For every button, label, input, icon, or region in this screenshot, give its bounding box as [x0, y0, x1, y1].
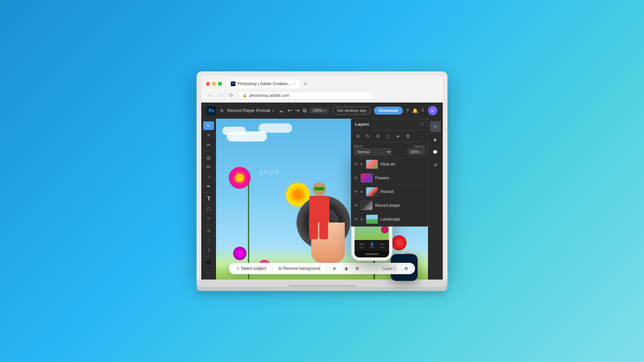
- layer-settings-btn[interactable]: ⊞: [402, 265, 410, 272]
- menu-btn[interactable]: ≡: [220, 108, 223, 114]
- history-panel-btn[interactable]: ↺: [430, 160, 441, 170]
- smart-filter-icon: ⊛: [333, 266, 336, 271]
- layer-item-portrait[interactable]: 👁 ▶ Portrait: [351, 185, 428, 199]
- color-swatch-btn[interactable]: [203, 258, 214, 267]
- fx-btn[interactable]: fx: [364, 132, 372, 140]
- layer-visibility-eye-4[interactable]: 👁: [354, 203, 358, 208]
- help-btn[interactable]: ?: [406, 108, 409, 113]
- layer-name-1: Final art: [381, 162, 395, 167]
- search-tool-btn[interactable]: ⌕: [203, 214, 214, 223]
- effects-panel-btn[interactable]: ◈: [430, 134, 441, 145]
- blend-label: Blend: [354, 144, 392, 148]
- layer-item-record-player[interactable]: 👁 Record player: [351, 199, 428, 213]
- get-desktop-btn[interactable]: Get desktop app: [332, 107, 371, 115]
- layers-more-btn[interactable]: ···: [417, 132, 425, 140]
- blend-mode-select[interactable]: Normal: [354, 148, 392, 155]
- layer-thumb-2: [361, 173, 373, 183]
- layer-expand-3[interactable]: ▶: [361, 190, 363, 193]
- phone-tool-1[interactable]: ≡≡ layers: [359, 242, 365, 248]
- browser-tab[interactable]: Ps Photoshop | Adobe Creative... ×: [227, 79, 299, 88]
- layer-name-3: Portrait: [381, 189, 394, 194]
- lasso-tool-btn[interactable]: ⌗: [203, 131, 214, 140]
- layer-visibility-eye-3[interactable]: 👁: [354, 189, 358, 194]
- user-avatar[interactable]: U: [428, 106, 437, 115]
- smart-filter-btn[interactable]: ⊛: [331, 265, 338, 272]
- download-btn[interactable]: Download: [374, 107, 402, 115]
- url-text: photoshop.adobe.com: [249, 93, 289, 98]
- layer-thumb-3: [366, 187, 378, 196]
- tab-title: Photoshop | Adobe Creative...: [237, 81, 291, 86]
- cloud-save-icon[interactable]: ☁: [279, 108, 283, 113]
- layer-item-flowers[interactable]: 👁 Flowers: [351, 171, 428, 185]
- target-tool-btn[interactable]: ◎: [203, 153, 214, 162]
- ps-favicon: Ps: [231, 81, 235, 86]
- arrange-btn[interactable]: ⧉: [303, 108, 307, 114]
- text-tool-btn[interactable]: T: [203, 194, 214, 203]
- opacity-value: 100%: [410, 150, 419, 154]
- toolbar-separator: [205, 151, 213, 152]
- mask-btn[interactable]: ◻: [384, 132, 392, 140]
- layer-item-landscape[interactable]: 👁 ▶ Landscape: [351, 213, 428, 226]
- bottom-toolbar: ⊹ Select subject ⊟ Remove background ⊛: [229, 263, 415, 274]
- laptop-stand: [197, 287, 447, 291]
- close-window-btn[interactable]: [206, 82, 210, 86]
- tune-icon: ⊞: [356, 266, 359, 271]
- phone-tool-3[interactable]: ✏ brush: [380, 242, 385, 248]
- layers-panel-toggle-btn[interactable]: ⊞: [430, 121, 441, 132]
- rect-tool-btn[interactable]: □: [203, 204, 214, 213]
- tune-btn[interactable]: ⊞: [354, 265, 361, 272]
- phone-tool-2[interactable]: 👤 select: [369, 242, 375, 248]
- remove-bg-btn[interactable]: ⊟ Remove background: [276, 265, 322, 272]
- move-tool-btn[interactable]: ↕: [203, 245, 214, 254]
- refresh-btn[interactable]: ↻: [227, 92, 235, 99]
- crop-tool-btn[interactable]: ✂: [203, 140, 214, 149]
- minimize-window-btn[interactable]: [212, 82, 216, 86]
- chevron-icon[interactable]: ∨: [272, 108, 275, 113]
- hue-btn[interactable]: ◑: [342, 265, 350, 272]
- joys-watermark: Joys: [258, 166, 280, 177]
- eyedropper-btn[interactable]: ⊹: [203, 226, 214, 235]
- hue-icon: ◑: [344, 266, 347, 271]
- apps-grid-btn[interactable]: ⠿: [421, 108, 425, 113]
- purple-flower: [233, 247, 247, 260]
- layer-item-final-art[interactable]: 👁 ▶ Final art: [351, 158, 428, 171]
- layers-panel-close-btn[interactable]: ×: [421, 122, 423, 127]
- traffic-lights: [206, 82, 222, 86]
- new-group-btn[interactable]: ⊕: [354, 132, 362, 140]
- zoom-control[interactable]: 100% ∨: [310, 107, 329, 114]
- select-tool-btn[interactable]: ↖: [203, 121, 214, 130]
- toolbar-divider-3: [376, 265, 377, 272]
- browser-chrome: Ps Photoshop | Adobe Creative... × + ← →…: [201, 76, 442, 103]
- select-subject-btn[interactable]: ⊹ Select subject: [234, 265, 268, 272]
- circle-select-btn[interactable]: ○: [203, 236, 214, 245]
- notifications-btn[interactable]: 🔔: [412, 108, 418, 113]
- redo-btn[interactable]: ↪: [295, 107, 300, 114]
- more-tools-btn[interactable]: ···: [203, 268, 214, 277]
- comments-panel-btn[interactable]: 💬: [430, 147, 441, 158]
- pink-flower: [229, 167, 251, 189]
- layer-thumb-1: [366, 160, 378, 169]
- adjustment-btn[interactable]: ⊞: [374, 132, 382, 140]
- undo-btn[interactable]: ↩: [287, 107, 292, 114]
- layer-visibility-eye-5[interactable]: 👁: [354, 217, 358, 222]
- more-options-btn[interactable]: ···: [365, 265, 372, 272]
- layer-visibility-eye-2[interactable]: 👁: [354, 176, 358, 180]
- fullscreen-window-btn[interactable]: [218, 82, 222, 86]
- zoom-chevron-icon: ∨: [324, 109, 326, 112]
- music-tool-btn[interactable]: ♫: [203, 172, 214, 181]
- layer-visibility-eye-1[interactable]: 👁: [354, 162, 358, 167]
- layer-expand-1[interactable]: ▶: [361, 162, 363, 166]
- new-tab-btn[interactable]: +: [302, 81, 309, 87]
- tab-close-btn[interactable]: ×: [293, 82, 295, 86]
- layer-expand-5[interactable]: ▶: [361, 217, 363, 221]
- back-btn[interactable]: ←: [206, 92, 213, 99]
- forward-btn[interactable]: →: [217, 92, 224, 99]
- pen-tool-btn[interactable]: ✒: [203, 182, 214, 191]
- delete-layer-btn[interactable]: 🗑: [404, 132, 412, 140]
- brush-tool-btn[interactable]: ✏: [203, 163, 214, 172]
- remove-bg-icon: ⊟: [278, 266, 282, 271]
- layer-thumb-5: [366, 215, 378, 224]
- fill-btn[interactable]: ◈: [394, 132, 402, 140]
- url-field[interactable]: 🔒 photoshop.adobe.com: [238, 92, 372, 100]
- layer-indicator[interactable]: Layer 1: [381, 266, 398, 271]
